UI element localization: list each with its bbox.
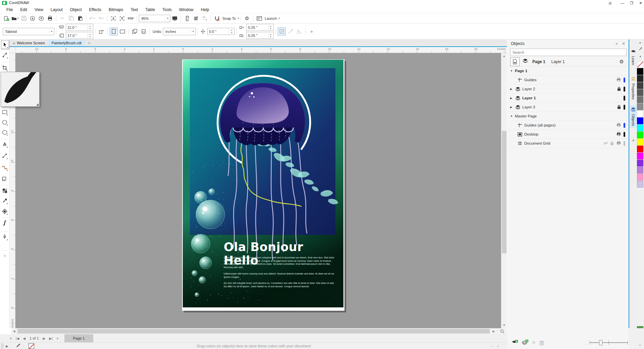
account-icon[interactable]: ▣	[606, 1, 614, 5]
units-combo[interactable]: inches▾	[163, 28, 196, 35]
color-swatch[interactable]	[637, 110, 643, 117]
printable-icon[interactable]	[616, 132, 621, 137]
tree-caret-icon[interactable]: ▶	[510, 97, 515, 100]
options-gear-icon[interactable]: ⚙	[243, 14, 251, 22]
publish-to-pdf-icon[interactable]: PDF	[127, 14, 135, 22]
lock-icon[interactable]	[610, 141, 614, 146]
docker-tab-objects[interactable]: Objects	[630, 105, 637, 128]
docker-tab-learn[interactable]: Learn	[630, 48, 637, 67]
redo-dropdown-icon[interactable]: ▾	[103, 17, 104, 20]
preset-dropdown-icon[interactable]: ▾	[49, 30, 54, 33]
connector-tool-icon[interactable]	[1, 163, 8, 171]
snap-to-label[interactable]: Snap To	[222, 16, 236, 20]
tree-caret-icon[interactable]: ▼	[510, 69, 515, 72]
launch-label[interactable]: Launch	[265, 16, 277, 20]
shape-tool-icon[interactable]	[1, 51, 8, 59]
add-page-button-2[interactable]: +	[54, 335, 61, 342]
lock-icon[interactable]	[617, 87, 621, 92]
crop-tool-icon[interactable]	[1, 64, 8, 72]
layer-options-gear-icon[interactable]: ⚙	[620, 59, 624, 65]
duplicate-distance-y-field[interactable]: ▲▼	[246, 32, 274, 39]
tab-welcome-screen[interactable]: ⌂ Welcome Screen	[9, 40, 48, 46]
eyedropper-tool-icon[interactable]	[1, 197, 8, 205]
customize-property-bar-button[interactable]: +	[308, 28, 316, 36]
dimension-tool-icon[interactable]	[1, 152, 8, 160]
layers-icon[interactable]	[522, 59, 530, 64]
printable-icon[interactable]	[616, 78, 621, 82]
layer-row-document-grid[interactable]: Document Grid	[507, 139, 629, 148]
tree-caret-icon[interactable]: ▶	[510, 88, 515, 91]
nudge-distance-input[interactable]	[208, 30, 229, 34]
duplicate-distance-x-spinner[interactable]: ▲▼	[268, 25, 273, 30]
zoom-level-combo[interactable]: 45%▾	[139, 15, 170, 22]
open-document-icon[interactable]: ▾	[11, 14, 19, 22]
vertical-scrollbar[interactable]: ▲ ▼	[501, 53, 507, 328]
undo-icon[interactable]: ↶▾	[88, 14, 96, 22]
palette-eyedropper-icon[interactable]	[637, 47, 644, 51]
save-document-icon[interactable]	[20, 14, 28, 22]
menu-layout[interactable]: Layout	[47, 6, 66, 13]
new-master-layer-button[interactable]	[522, 340, 528, 346]
color-swatch[interactable]	[637, 167, 643, 173]
printable-icon[interactable]	[616, 141, 621, 146]
ellipse-tool-icon[interactable]	[1, 118, 8, 126]
expand-right-icon[interactable]: ›	[488, 343, 495, 349]
layer-opacity-slider[interactable]	[590, 342, 628, 343]
color-swatch[interactable]	[637, 160, 643, 166]
color-swatch[interactable]	[637, 68, 643, 75]
launch-dropdown-icon[interactable]: ▾	[278, 17, 280, 20]
delete-layer-button[interactable]	[539, 340, 544, 345]
docker-dock-icon[interactable]: »	[615, 41, 618, 46]
duplicate-distance-y-input[interactable]	[247, 34, 268, 38]
color-swatch[interactable]	[637, 117, 643, 124]
layer-row-master-page[interactable]: ▼Master Page	[507, 112, 629, 121]
copy-icon[interactable]	[67, 14, 75, 22]
all-pages-settings-icon[interactable]	[131, 28, 139, 36]
palette-expand-icon[interactable]: »	[637, 342, 643, 348]
zoom-to-fit-icon[interactable]	[498, 328, 506, 334]
menu-bitmaps[interactable]: Bitmaps	[105, 6, 127, 13]
nudge-distance-field[interactable]: ▲▼	[207, 28, 235, 35]
layer-row-desktop[interactable]: Desktop	[507, 130, 629, 139]
cut-icon[interactable]: ✂	[58, 14, 66, 22]
drawing-canvas[interactable]: Ola Bonjour Hello Lorem ipsum dolor sit …	[15, 53, 501, 328]
color-swatch[interactable]	[637, 96, 643, 103]
page-size-preset-combo[interactable]: Tabloid▾	[3, 28, 54, 35]
color-swatch[interactable]	[637, 132, 643, 138]
add-docker-button[interactable]: +	[630, 138, 637, 143]
menu-effects[interactable]: Effects	[86, 6, 105, 13]
layer-pen-indicator[interactable]	[624, 87, 625, 92]
page-height-field[interactable]: ▲▼	[66, 32, 93, 39]
layer-row-page-1[interactable]: ▼Page 1	[507, 66, 629, 76]
export-icon[interactable]	[118, 14, 126, 22]
brush-flyout-preview[interactable]	[1, 72, 40, 107]
new-document-icon[interactable]	[2, 14, 10, 22]
launch-app-icon[interactable]	[255, 14, 263, 22]
horizontal-scrollbar[interactable]: ◀ ▶	[11, 328, 507, 334]
page-width-spinner[interactable]: ▲▼	[88, 25, 92, 30]
layer-row-layer-2[interactable]: ▶Layer 2	[507, 85, 629, 94]
color-swatch[interactable]	[637, 124, 643, 131]
color-swatch[interactable]	[637, 82, 643, 89]
layer-pen-indicator[interactable]	[624, 96, 625, 101]
layer-pen-indicator[interactable]	[624, 78, 625, 83]
undo-dropdown-icon[interactable]: ▾	[94, 17, 95, 20]
new-document-tab-button[interactable]: +	[85, 40, 93, 46]
slider-handle[interactable]	[599, 340, 602, 345]
autofit-page-icon[interactable]	[97, 28, 105, 36]
menu-file[interactable]: File	[3, 6, 16, 13]
add-page-button[interactable]: +	[7, 335, 14, 342]
color-swatch[interactable]	[637, 174, 643, 181]
lock-icon[interactable]	[617, 105, 621, 110]
layer-pen-indicator[interactable]	[624, 132, 625, 137]
scroll-right-button[interactable]: ▶	[491, 328, 496, 334]
pen-tool-icon[interactable]	[1, 233, 8, 241]
layer-row-guides[interactable]: Guides	[507, 76, 629, 85]
minimize-button[interactable]: —	[619, 1, 626, 5]
visibility-icon[interactable]	[603, 141, 608, 146]
first-page-button[interactable]: |◀	[14, 335, 21, 342]
scroll-left-button[interactable]: ◀	[11, 328, 17, 334]
redo-icon[interactable]: ↷▾	[97, 14, 105, 22]
horizontal-scroll-thumb[interactable]	[17, 329, 490, 334]
menu-view[interactable]: View	[31, 6, 47, 13]
